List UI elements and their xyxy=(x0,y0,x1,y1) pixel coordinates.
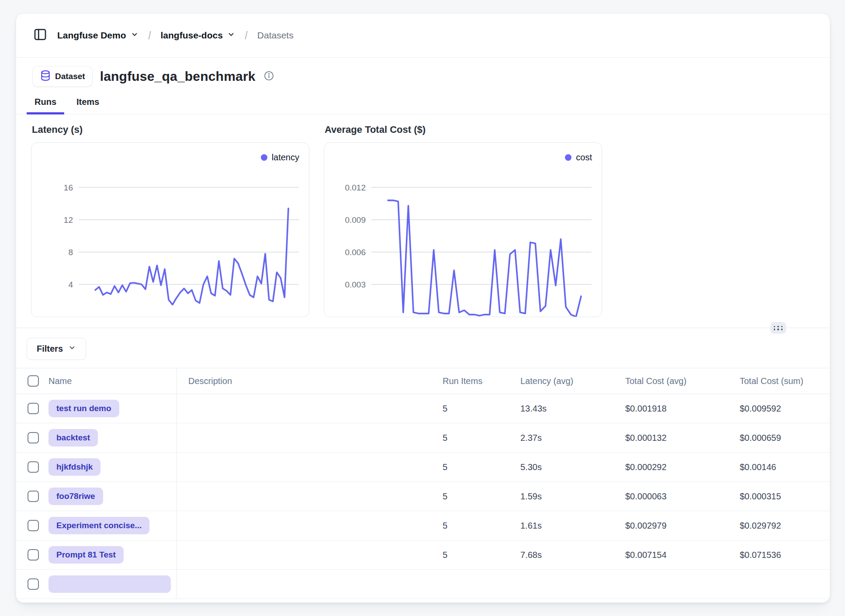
row-checkbox[interactable] xyxy=(28,578,39,590)
column-header-total-cost-sum[interactable]: Total Cost (sum) xyxy=(740,376,830,386)
description-cell xyxy=(177,482,443,511)
table-row: backtest 5 2.37s $0.000132 $0.000659 xyxy=(16,423,830,453)
description-cell xyxy=(177,453,443,481)
chevron-down-icon xyxy=(68,344,76,354)
breadcrumb-page[interactable]: Datasets xyxy=(257,30,294,41)
run-name-badge[interactable]: backtest xyxy=(48,429,98,446)
breadcrumb-project-label: Langfuse Demo xyxy=(57,30,126,41)
latency-chart-title: Latency (s) xyxy=(32,124,309,135)
run-items-cell: 5 xyxy=(443,521,520,531)
breadcrumb: Langfuse Demo / langfuse-docs / Datasets xyxy=(16,14,830,58)
tab-items[interactable]: Items xyxy=(75,94,101,114)
filters-button[interactable]: Filters xyxy=(27,338,86,360)
cost-chart-block: Average Total Cost ($) 0.0120.0090.0060.… xyxy=(324,124,602,317)
panel-left-icon xyxy=(33,28,47,43)
row-checkbox[interactable] xyxy=(28,549,39,561)
breadcrumb-separator: / xyxy=(245,29,247,42)
total-cost-avg-cell: $0.000063 xyxy=(625,491,740,502)
section-divider xyxy=(16,328,830,328)
run-name-badge[interactable]: test run demo xyxy=(48,400,119,417)
total-cost-avg-cell: $0.000292 xyxy=(625,462,740,472)
cost-legend: cost xyxy=(565,152,592,163)
row-checkbox[interactable] xyxy=(28,403,39,414)
dataset-badge-label: Dataset xyxy=(55,72,85,81)
description-cell xyxy=(177,423,443,452)
total-cost-sum-cell: $0.009592 xyxy=(740,404,830,414)
breadcrumb-project[interactable]: Langfuse Demo xyxy=(57,30,139,41)
total-cost-avg-cell: $0.007154 xyxy=(625,550,740,560)
column-header-name[interactable]: Name xyxy=(48,368,177,394)
column-header-total-cost-avg[interactable]: Total Cost (avg) xyxy=(625,376,740,386)
row-checkbox[interactable] xyxy=(28,491,39,502)
svg-text:16: 16 xyxy=(64,183,73,192)
run-name-badge[interactable]: foo78riwe xyxy=(48,488,103,505)
table-row: Experiment concise... 5 1.61s $0.002979 … xyxy=(16,511,830,540)
latency-chart-block: Latency (s) 161284 latency xyxy=(31,124,309,317)
cost-chart-title: Average Total Cost ($) xyxy=(325,124,602,135)
run-name-badge[interactable] xyxy=(48,575,171,593)
latency-legend-label: latency xyxy=(272,152,299,163)
dataset-type-badge: Dataset xyxy=(33,66,92,87)
total-cost-sum-cell: $0.071536 xyxy=(740,550,830,560)
select-all-cell xyxy=(16,368,48,394)
main-panel: Langfuse Demo / langfuse-docs / Datasets xyxy=(16,13,830,603)
run-name-badge[interactable]: hjkfdshjk xyxy=(48,458,100,476)
svg-text:0.009: 0.009 xyxy=(345,215,366,225)
run-items-cell: 5 xyxy=(443,404,520,414)
table-row-partial xyxy=(16,570,830,599)
run-name-badge[interactable]: Prompt 81 Test xyxy=(48,546,124,564)
breadcrumb-org[interactable]: langfuse-docs xyxy=(160,30,235,41)
breadcrumb-org-label: langfuse-docs xyxy=(160,30,222,41)
column-header-run-items[interactable]: Run Items xyxy=(443,376,520,386)
latency-avg-cell: 2.37s xyxy=(520,433,625,443)
latency-avg-cell: 1.61s xyxy=(520,521,625,531)
svg-text:0.006: 0.006 xyxy=(345,248,366,257)
run-name-badge[interactable]: Experiment concise... xyxy=(48,517,149,534)
column-header-latency-avg[interactable]: Latency (avg) xyxy=(520,376,625,386)
total-cost-sum-cell: $0.029792 xyxy=(740,521,830,531)
cost-legend-label: cost xyxy=(576,152,592,163)
svg-text:12: 12 xyxy=(64,215,73,225)
latency-avg-cell: 5.30s xyxy=(520,462,625,472)
table-header-row: Name Description Run Items Latency (avg)… xyxy=(16,368,830,394)
dataset-header: Dataset langfuse_qa_benchmark xyxy=(33,66,813,87)
svg-text:0.012: 0.012 xyxy=(345,183,366,192)
runs-table: Name Description Run Items Latency (avg)… xyxy=(16,368,830,599)
svg-text:4: 4 xyxy=(68,280,73,289)
run-items-cell: 5 xyxy=(443,433,520,443)
latency-avg-cell: 13.43s xyxy=(520,404,625,414)
legend-dot-icon xyxy=(565,154,571,161)
run-items-cell: 5 xyxy=(443,491,520,502)
resize-handle[interactable] xyxy=(770,322,786,334)
table-row: test run demo 5 13.43s $0.001918 $0.0095… xyxy=(16,394,830,423)
run-items-cell: 5 xyxy=(443,550,520,560)
run-items-cell: 5 xyxy=(443,462,520,472)
chevron-down-icon xyxy=(131,30,139,41)
info-icon[interactable] xyxy=(263,70,274,83)
total-cost-avg-cell: $0.000132 xyxy=(625,433,740,443)
row-checkbox[interactable] xyxy=(28,461,39,473)
tab-bar: Runs Items xyxy=(16,94,830,114)
charts-section: Latency (s) 161284 latency Average Total… xyxy=(16,114,830,317)
total-cost-avg-cell: $0.002979 xyxy=(625,521,740,531)
description-cell xyxy=(177,540,443,569)
select-all-checkbox[interactable] xyxy=(28,375,39,387)
filters-button-label: Filters xyxy=(37,344,63,354)
database-icon xyxy=(40,70,51,83)
svg-text:0.003: 0.003 xyxy=(345,280,366,289)
table-row: hjkfdshjk 5 5.30s $0.000292 $0.00146 xyxy=(16,453,830,482)
breadcrumb-separator: / xyxy=(148,29,151,42)
chevron-down-icon xyxy=(227,30,235,41)
total-cost-sum-cell: $0.000659 xyxy=(740,433,830,443)
latency-avg-cell: 7.68s xyxy=(520,550,625,560)
sidebar-toggle-button[interactable] xyxy=(33,28,48,43)
filters-row: Filters xyxy=(16,328,830,368)
page-title: langfuse_qa_benchmark xyxy=(100,69,256,84)
latency-legend: latency xyxy=(261,152,299,163)
row-checkbox[interactable] xyxy=(28,520,39,531)
latency-avg-cell: 1.59s xyxy=(520,491,625,502)
tab-runs[interactable]: Runs xyxy=(33,94,58,114)
row-checkbox[interactable] xyxy=(28,432,39,443)
column-header-description[interactable]: Description xyxy=(177,368,443,394)
description-cell xyxy=(177,511,443,540)
